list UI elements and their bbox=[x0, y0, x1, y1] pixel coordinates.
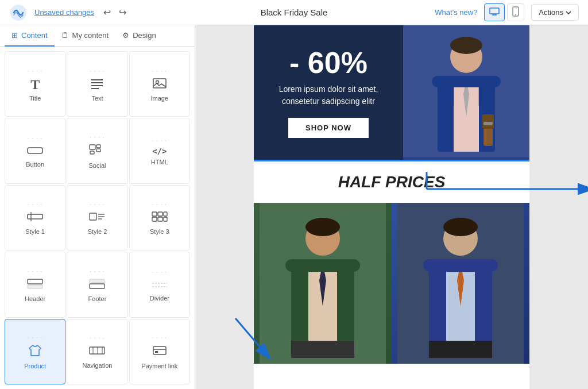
header-icon bbox=[26, 278, 44, 292]
tab-design[interactable]: ⚙ Design bbox=[115, 25, 163, 47]
svg-rect-15 bbox=[96, 145, 100, 148]
tab-my-content[interactable]: 🗒 My content bbox=[55, 25, 116, 47]
svg-rect-32 bbox=[90, 279, 105, 283]
design-tab-icon: ⚙ bbox=[122, 31, 129, 40]
drag-dots: · · · · bbox=[28, 334, 42, 341]
half-prices-title: HALF PRICES bbox=[265, 173, 518, 191]
svg-rect-20 bbox=[90, 213, 96, 220]
product-tshirt-icon bbox=[28, 344, 42, 359]
svg-rect-16 bbox=[96, 149, 100, 152]
discount-text: - 60% bbox=[289, 48, 368, 78]
drag-dots: · · · · bbox=[28, 68, 42, 74]
sidebar-item-style2[interactable]: · · · · Style 2 bbox=[67, 185, 127, 251]
sidebar-item-style1[interactable]: · · · · Style 1 bbox=[5, 185, 65, 251]
drag-dots: · · · · bbox=[152, 269, 167, 275]
svg-rect-11 bbox=[153, 79, 166, 88]
svg-rect-29 bbox=[164, 217, 167, 221]
social-icon bbox=[88, 144, 106, 159]
sidebar-item-social[interactable]: · · · · Social bbox=[67, 118, 127, 183]
undo-redo-controls: ↩ ↪ bbox=[101, 5, 129, 20]
sidebar-item-button[interactable]: · · · · Button bbox=[5, 118, 65, 183]
style3-icon bbox=[151, 211, 168, 225]
redo-button[interactable]: ↪ bbox=[117, 5, 129, 20]
desktop-icon bbox=[489, 7, 500, 16]
logo-icon bbox=[9, 3, 28, 22]
drag-dots: · · · · bbox=[90, 268, 105, 275]
canvas-content: - 60% Lorem ipsum dolor sit amet, conset… bbox=[254, 25, 529, 389]
sidebar-item-header[interactable]: · · · · Header bbox=[5, 252, 65, 317]
sidebar-grid: · · · · T Title · · · · Text bbox=[0, 47, 195, 389]
suit-blue2-svg bbox=[397, 203, 524, 364]
svg-rect-30 bbox=[28, 279, 42, 284]
unsaved-changes-link[interactable]: Unsaved changes bbox=[34, 8, 94, 17]
topbar: Unsaved changes ↩ ↪ Black Friday Sale Wh… bbox=[0, 0, 588, 25]
svg-rect-28 bbox=[158, 217, 163, 221]
payment-icon bbox=[152, 344, 167, 359]
title-icon: T bbox=[30, 78, 40, 91]
svg-point-73 bbox=[443, 218, 478, 236]
html-icon: </> bbox=[152, 147, 167, 155]
sidebar-item-style3[interactable]: · · · · Style 3 bbox=[129, 185, 190, 251]
mobile-icon bbox=[512, 6, 519, 17]
product-grid bbox=[254, 203, 529, 364]
svg-rect-40 bbox=[153, 346, 166, 355]
svg-rect-25 bbox=[158, 212, 163, 216]
my-content-tab-icon: 🗒 bbox=[61, 31, 69, 40]
view-toggle bbox=[484, 3, 524, 21]
svg-rect-54 bbox=[483, 122, 493, 125]
footer-icon bbox=[88, 278, 106, 292]
style2-icon bbox=[88, 211, 106, 225]
sidebar-item-html[interactable]: · · · · </> HTML bbox=[129, 118, 190, 183]
page-title: Black Friday Sale bbox=[261, 7, 328, 17]
topbar-right: What's new? Actions bbox=[435, 3, 579, 21]
actions-button[interactable]: Actions bbox=[531, 4, 579, 21]
svg-point-50 bbox=[450, 37, 482, 54]
navigation-icon bbox=[88, 345, 106, 359]
sidebar-item-title[interactable]: · · · · T Title bbox=[5, 51, 65, 117]
sidebar-item-text[interactable]: · · · · Text bbox=[67, 51, 127, 117]
image-icon bbox=[152, 78, 167, 91]
sidebar-item-footer[interactable]: · · · · Footer bbox=[67, 252, 127, 317]
svg-rect-13 bbox=[28, 148, 42, 153]
drag-dots: · · · · bbox=[28, 268, 42, 275]
svg-rect-1 bbox=[490, 8, 499, 14]
svg-rect-18 bbox=[28, 214, 42, 219]
sidebar-item-divider[interactable]: · · · · Divider bbox=[129, 252, 190, 317]
divider-icon bbox=[151, 279, 168, 291]
half-prices-section: HALF PRICES bbox=[254, 161, 529, 203]
drag-dots: · · · · bbox=[28, 201, 42, 207]
drag-dots: · · · · bbox=[152, 137, 167, 144]
sidebar-item-product[interactable]: · · · · Product bbox=[5, 319, 65, 384]
mobile-view-button[interactable] bbox=[507, 3, 524, 21]
svg-rect-27 bbox=[152, 217, 157, 221]
svg-point-6 bbox=[515, 14, 516, 16]
sidebar-item-image[interactable]: · · · · Image bbox=[129, 51, 190, 117]
drag-dots: · · · · bbox=[152, 201, 167, 207]
sidebar-tabs: ⊞ Content 🗒 My content ⚙ Design bbox=[0, 25, 195, 47]
drag-dots: · · · · bbox=[152, 68, 167, 74]
product-image-2 bbox=[392, 203, 529, 364]
style1-icon bbox=[26, 211, 44, 225]
content-tab-icon: ⊞ bbox=[11, 31, 18, 40]
shop-now-button[interactable]: SHOP NOW bbox=[288, 118, 369, 138]
topbar-left: Unsaved changes ↩ ↪ bbox=[9, 3, 129, 22]
sidebar-item-navigation[interactable]: · · · · Navigation bbox=[67, 319, 127, 384]
desktop-view-button[interactable] bbox=[484, 3, 505, 21]
drag-dots: · · · · bbox=[152, 334, 167, 341]
svg-rect-51 bbox=[432, 76, 501, 87]
tab-content[interactable]: ⊞ Content bbox=[5, 25, 55, 47]
svg-point-63 bbox=[305, 218, 340, 236]
sidebar-item-payment[interactable]: · · · · Payment link bbox=[129, 319, 190, 384]
svg-rect-53 bbox=[482, 114, 494, 129]
canvas: - 60% Lorem ipsum dolor sit amet, conset… bbox=[195, 25, 588, 389]
svg-rect-71 bbox=[423, 259, 498, 272]
suit-green-svg bbox=[260, 203, 386, 364]
svg-rect-74 bbox=[429, 341, 492, 358]
drag-dots: · · · · bbox=[90, 68, 105, 74]
whats-new-link[interactable]: What's new? bbox=[435, 8, 477, 17]
svg-rect-14 bbox=[90, 145, 95, 149]
hero-left: - 60% Lorem ipsum dolor sit amet, conset… bbox=[254, 25, 403, 160]
undo-button[interactable]: ↩ bbox=[101, 5, 113, 20]
hero-suit-svg bbox=[403, 25, 529, 157]
main-layout: ⊞ Content 🗒 My content ⚙ Design · · · · … bbox=[0, 25, 588, 389]
